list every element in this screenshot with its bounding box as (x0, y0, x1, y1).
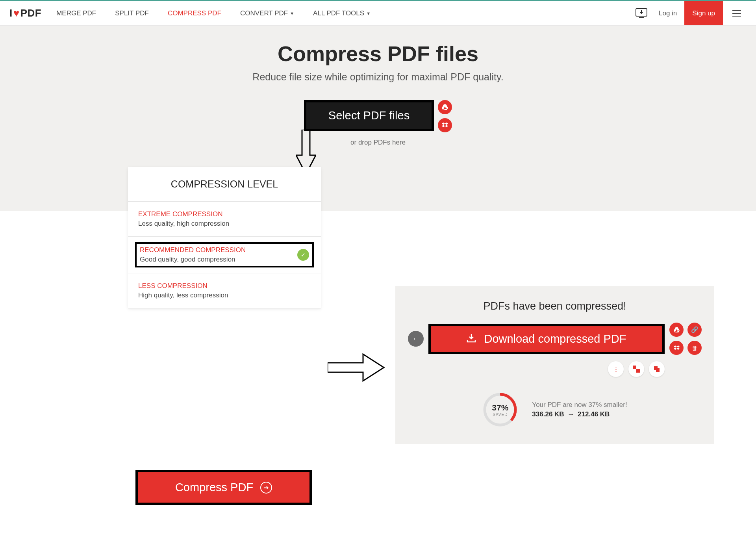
upload-provider-buttons (438, 100, 452, 132)
arrow-right-icon (328, 352, 385, 383)
arrow-right-circle-icon: ➔ (260, 482, 272, 494)
check-icon: ✓ (297, 249, 309, 261)
squares-alt-icon (653, 366, 660, 373)
dropbox-icon (674, 345, 680, 351)
percentage-value: 37% (492, 403, 508, 412)
dots-icon: ⋮ (613, 365, 619, 373)
download-icon (467, 332, 476, 345)
header-right: Log in Sign up (632, 1, 747, 25)
stats-line1: Your PDF are now 37% smaller! (532, 401, 627, 409)
organize-alt-button[interactable] (649, 361, 665, 377)
logo[interactable]: I ♥ PDF (9, 7, 41, 19)
select-file-area: Select PDF files (304, 100, 452, 132)
level-recommended-title: RECOMMENDED COMPRESSION (140, 246, 309, 254)
back-button[interactable]: ← (408, 331, 424, 347)
level-less-desc: High quality, less compression (138, 291, 311, 299)
share-link-button[interactable]: 🔗 (687, 323, 702, 337)
heart-icon: ♥ (13, 7, 20, 19)
arrow-left-icon: ← (412, 335, 419, 343)
percentage-circle: 37% SAVED (482, 392, 518, 427)
level-extreme-title: EXTREME COMPRESSION (138, 210, 311, 218)
drive-icon (674, 327, 680, 332)
nav-split-pdf[interactable]: SPLIT PDF (115, 9, 149, 17)
level-less[interactable]: LESS COMPRESSION High quality, less comp… (128, 273, 321, 308)
svg-rect-2 (633, 366, 636, 369)
result-stats: 37% SAVED Your PDF are now 37% smaller! … (407, 392, 702, 427)
login-button[interactable]: Log in (651, 1, 684, 25)
compress-button-label: Compress PDF (175, 481, 253, 494)
compress-button-wrapper: Compress PDF ➔ (135, 470, 312, 505)
result-title: PDFs have been compressed! (407, 300, 702, 312)
drop-hint: or drop PDFs here (0, 139, 756, 147)
dropbox-button[interactable] (438, 118, 452, 132)
trash-icon: 🗑 (692, 345, 698, 351)
level-extreme[interactable]: EXTREME COMPRESSION Less quality, high c… (128, 202, 321, 237)
result-side-buttons: 🔗 🗑 (669, 323, 702, 355)
organize-button[interactable] (628, 361, 644, 377)
level-recommended[interactable]: RECOMMENDED COMPRESSION Good quality, go… (128, 237, 321, 273)
arrow-icon: → (567, 410, 574, 418)
page-title: Compress PDF files (0, 41, 756, 66)
select-pdf-button[interactable]: Select PDF files (304, 100, 434, 131)
nav-convert-label: CONVERT PDF (240, 9, 288, 17)
level-less-title: LESS COMPRESSION (138, 282, 311, 290)
header: I ♥ PDF MERGE PDF SPLIT PDF COMPRESS PDF… (0, 1, 756, 26)
logo-i: I (9, 7, 13, 19)
menu-button[interactable] (727, 1, 747, 25)
desktop-download-icon[interactable] (632, 1, 651, 25)
drive-icon (442, 104, 448, 110)
size-after: 212.46 KB (578, 410, 610, 418)
compression-level-panel: COMPRESSION LEVEL EXTREME COMPRESSION Le… (128, 167, 321, 308)
dropbox-icon (442, 123, 448, 128)
hamburger-icon (732, 10, 741, 17)
page-subtitle: Reduce file size while optimizing for ma… (0, 71, 756, 83)
save-google-drive-button[interactable] (669, 323, 684, 337)
google-drive-button[interactable] (438, 100, 452, 114)
chevron-down-icon: ▼ (290, 11, 294, 16)
size-before: 336.26 KB (532, 410, 564, 418)
compress-pdf-button[interactable]: Compress PDF ➔ (135, 470, 312, 505)
percentage-label: SAVED (492, 412, 508, 417)
main-nav: MERGE PDF SPLIT PDF COMPRESS PDF CONVERT… (56, 9, 371, 17)
logo-pdf: PDF (20, 7, 42, 19)
nav-all-tools[interactable]: ALL PDF TOOLS ▼ (313, 9, 371, 17)
compression-level-title: COMPRESSION LEVEL (128, 167, 321, 202)
download-button[interactable]: Download compressed PDF (428, 324, 665, 354)
link-icon: 🔗 (691, 326, 699, 333)
level-recommended-desc: Good quality, good compression (140, 256, 309, 264)
nav-merge-pdf[interactable]: MERGE PDF (56, 9, 96, 17)
result-panel: PDFs have been compressed! ← Download co… (395, 286, 714, 444)
nav-convert-pdf[interactable]: CONVERT PDF ▼ (240, 9, 294, 17)
svg-rect-5 (656, 368, 660, 372)
delete-button[interactable]: 🗑 (687, 341, 702, 355)
signup-button[interactable]: Sign up (684, 1, 723, 25)
nav-compress-pdf[interactable]: COMPRESS PDF (168, 9, 221, 17)
stats-text: Your PDF are now 37% smaller! 336.26 KB … (532, 401, 627, 418)
chevron-down-icon: ▼ (366, 11, 371, 16)
secondary-actions: ⋮ (407, 361, 702, 377)
stats-line2: 336.26 KB → 212.46 KB (532, 410, 627, 418)
save-dropbox-button[interactable] (669, 341, 684, 355)
result-main-row: ← Download compressed PDF 🔗 🗑 (407, 323, 702, 355)
hero-section: Compress PDF files Reduce file size whil… (0, 26, 756, 211)
download-label: Download compressed PDF (484, 332, 626, 345)
svg-rect-3 (636, 369, 640, 373)
nav-all-tools-label: ALL PDF TOOLS (313, 9, 364, 17)
more-options-button[interactable]: ⋮ (608, 361, 624, 377)
squares-icon (633, 366, 640, 373)
level-extreme-desc: Less quality, high compression (138, 220, 311, 228)
